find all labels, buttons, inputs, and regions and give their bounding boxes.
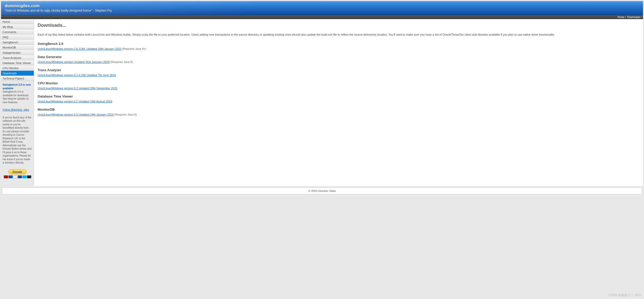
sidebar-item-downloads[interactable]: Downloads bbox=[1, 71, 34, 76]
download-link[interactable]: Unix/Linux/Windows version 2.6.1149. Upd… bbox=[38, 47, 121, 50]
sidebar: HomeMy BlogCommentsFAQSwingbenchMonitorD… bbox=[1, 19, 34, 186]
sidebar-item-trace-analyzer[interactable]: Trace Analyzer bbox=[1, 55, 34, 60]
sidebar-item-swingbench[interactable]: Swingbench bbox=[1, 40, 34, 45]
follow-link[interactable]: Follow @dominic_giles bbox=[3, 108, 29, 111]
donate-area: Donate bbox=[1, 167, 34, 181]
header-banner: dominicgiles.com "God rot Windows and al… bbox=[1, 1, 643, 15]
download-line: Unix/Linux/Windows version 2.6.1149. Upd… bbox=[38, 47, 639, 50]
sidebar-item-faq[interactable]: FAQ bbox=[1, 35, 34, 40]
requirement-text: (Requires Java 8) bbox=[110, 60, 133, 63]
amex-icon bbox=[18, 175, 22, 178]
news-body: Swingbench 2.6 is available for download… bbox=[3, 90, 29, 104]
charity-body: If you've found any of the software on t… bbox=[3, 116, 31, 164]
donate-button[interactable]: Donate bbox=[8, 169, 27, 174]
sidebar-item-technical-papers[interactable]: Technical Papers bbox=[1, 76, 34, 81]
requirement-text: (Requires Java 8) bbox=[114, 113, 137, 116]
footer: © 2010 Dominic Giles bbox=[2, 188, 642, 194]
section-heading: MonitorDB bbox=[38, 108, 639, 111]
footer-text: © 2010 Dominic Giles bbox=[308, 189, 336, 192]
visa-alt-icon bbox=[13, 175, 17, 178]
mastercard-icon bbox=[4, 175, 8, 178]
visa-icon bbox=[9, 175, 13, 178]
download-link[interactable]: Unix/Linux/Windows version 0.1.0.100 Upd… bbox=[38, 74, 116, 77]
download-line: Unix/Linux/Windows version 0.2 Updated 1… bbox=[38, 100, 639, 103]
sidebar-item-comments[interactable]: Comments bbox=[1, 29, 34, 35]
download-link[interactable]: Unix/Linux/Windows version Updated 31st … bbox=[38, 60, 110, 63]
page-title: Downloads... bbox=[38, 23, 639, 28]
breadcrumb-current[interactable]: Downloads bbox=[627, 16, 640, 19]
news-title: Swingbench 2.6 is now available bbox=[3, 83, 31, 90]
sidebar-item-database-time-viewer[interactable]: Database Time Viewer bbox=[1, 60, 34, 66]
breadcrumb: Home / Downloads / bbox=[1, 15, 643, 19]
card-icon bbox=[27, 175, 31, 178]
section-heading: Data Generator bbox=[38, 55, 639, 59]
download-link[interactable]: Unix/Linux/Windows version 0.5 Updated 2… bbox=[38, 113, 114, 116]
site-title: dominicgiles.com bbox=[5, 4, 639, 8]
follow-block: Follow @dominic_giles bbox=[1, 106, 34, 114]
news-block: Swingbench 2.6 is now available Swingben… bbox=[1, 81, 34, 106]
download-link[interactable]: Unix/Linux/Windows version 0.2 Updated 2… bbox=[38, 87, 117, 90]
site-tagline: "God rot Windows and all its ugly, clunk… bbox=[5, 9, 639, 12]
section-heading: CPU Monitor bbox=[38, 81, 639, 85]
download-link[interactable]: Unix/Linux/Windows version 0.2 Updated 1… bbox=[38, 100, 112, 103]
section-heading: SwingBench 2.6 bbox=[38, 42, 639, 46]
download-line: Unix/Linux/Windows version 0.5 Updated 2… bbox=[38, 113, 639, 116]
requirement-text: (Requires Java 8+) bbox=[121, 47, 146, 50]
section-heading: Database Time Viewer bbox=[38, 94, 639, 98]
download-line: Unix/Linux/Windows version 0.1.0.100 Upd… bbox=[38, 74, 639, 77]
page-intro: Each of zip files listed below contains … bbox=[38, 33, 639, 37]
breadcrumb-sep-2: / bbox=[641, 16, 641, 19]
sidebar-item-cpu-monitor[interactable]: CPU Monitor bbox=[1, 66, 34, 71]
discover-icon bbox=[22, 175, 27, 178]
download-line: Unix/Linux/Windows version 0.2 Updated 2… bbox=[38, 87, 639, 90]
sidebar-item-my-blog[interactable]: My Blog bbox=[1, 24, 34, 29]
breadcrumb-home[interactable]: Home bbox=[617, 16, 624, 19]
main-content: Downloads... Each of zip files listed be… bbox=[34, 19, 643, 186]
sidebar-item-monitordb[interactable]: MonitorDB bbox=[1, 45, 34, 50]
breadcrumb-sep: / bbox=[625, 16, 626, 19]
charity-block: If you've found any of the software on t… bbox=[1, 114, 34, 167]
section-heading: Trace Analyzer bbox=[38, 68, 639, 72]
sidebar-item-home[interactable]: Home bbox=[1, 19, 34, 24]
download-line: Unix/Linux/Windows version Updated 31st … bbox=[38, 60, 639, 63]
sidebar-item-datagenerator[interactable]: Datagenerator bbox=[1, 50, 34, 55]
payment-icons bbox=[3, 175, 32, 178]
